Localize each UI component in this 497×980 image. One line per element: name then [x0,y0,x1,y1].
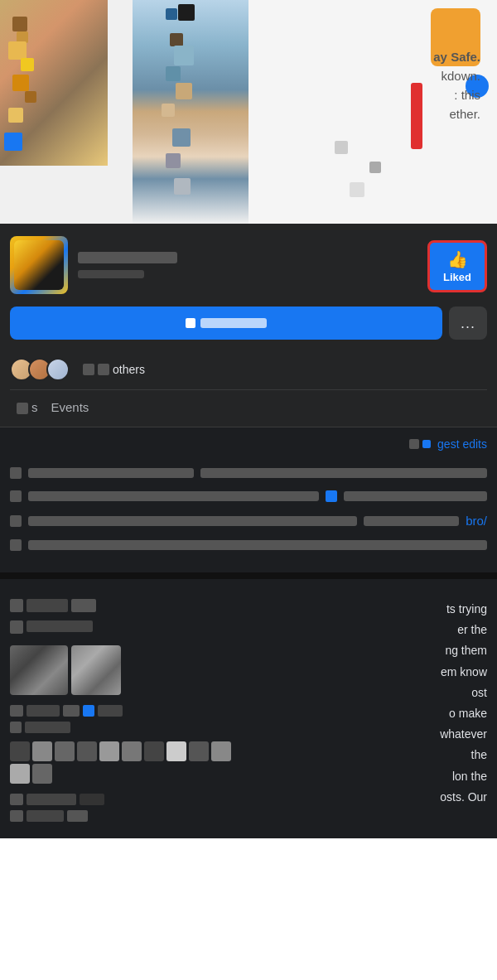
content-bar-row2-1 [28,491,319,501]
content-bar-link-1 [28,516,357,526]
p6 [10,705,23,717]
p7 [27,705,60,717]
bottom-text-section: ts trying er the ng them em know ost o m… [0,579,497,838]
rt-line-2: ng them [253,640,487,661]
left-pixel-cluster [10,599,244,822]
avatar [10,236,68,294]
action-row: ... [0,307,497,350]
pb3 [55,741,75,761]
p4 [10,620,23,634]
p3 [71,599,96,612]
profile-sub-bar [78,270,144,278]
suggest-edits-row: gest edits [10,437,487,457]
content-bar-link-2 [364,516,459,526]
p5 [27,620,93,632]
text-line-2: kdown. [433,69,480,83]
pb7 [144,741,164,761]
pix-row2-1 [10,490,22,502]
page-link[interactable]: bro/ [466,514,487,528]
left-image [0,0,108,166]
p12 [10,794,23,805]
link-row: bro/ [10,514,487,528]
p17 [67,810,88,822]
thumbs-up-icon: 👍 [447,249,468,269]
pix-tab-1 [17,403,28,414]
top-image-area: ay Safe. kdown. : this ether. [0,0,497,224]
content-bar-row1-2 [200,468,487,478]
rt-line-3: em know [253,662,487,683]
profile-area: 👍 Liked [0,224,497,307]
pix-followers-2 [98,364,109,375]
pix-suggest-1 [409,439,419,449]
more-button[interactable]: ... [449,307,487,340]
follower-avatar-3 [46,358,70,381]
followers-area: others [0,350,497,389]
content-row-1 [10,467,487,479]
others-text: others [113,363,145,376]
liked-label: Liked [443,271,471,283]
pb2 [32,741,52,761]
rt-line-6: whatever [253,724,487,745]
rt-line-0: ts trying [253,599,487,620]
rt-line-4: ost [253,683,487,703]
pb11 [10,764,30,784]
p15 [10,810,23,822]
content-row-2 [10,490,487,502]
pix-row1-1 [10,467,22,479]
img-block-1 [10,645,68,695]
section-divider [0,572,497,579]
pb4 [77,741,97,761]
p-blue [83,705,94,717]
center-image [133,0,248,224]
rt-line-1: er the [253,620,487,640]
more-dots-icon: ... [461,315,475,332]
profile-info [78,252,487,278]
content-row-3 [10,539,487,551]
p2 [27,599,68,612]
pb12 [32,764,52,784]
follower-avatars [10,358,70,381]
big-text-area: ts trying er the ng them em know ost o m… [10,599,487,822]
liked-button[interactable]: 👍 Liked [427,240,487,292]
pb10 [211,741,231,761]
facebook-page-section: 👍 Liked ... others s [0,224,497,427]
p14 [80,794,104,805]
pb6 [122,741,142,761]
pb9 [189,741,209,761]
right-image-area: ay Safe. kdown. : this ether. [248,0,497,224]
pb1 [10,741,30,761]
red-bar [411,83,422,149]
rt-line-7: the [253,745,487,765]
pix-followers-1 [83,364,94,375]
tab-s[interactable]: s [31,400,38,417]
nav-tabs: s Events [0,390,497,427]
pix-blue-row2 [326,490,337,502]
follow-button[interactable] [10,307,442,340]
text-line-4: ether. [433,107,480,121]
suggest-edits-text[interactable]: gest edits [437,437,487,451]
p11 [25,722,70,733]
right-text-column: ts trying er the ng them em know ost o m… [253,599,487,822]
content-section: gest edits bro/ [0,427,497,572]
rt-line-9: osts. Our [253,787,487,808]
rt-line-5: o make [253,703,487,724]
pb5 [99,741,119,761]
pix-link-1 [10,515,22,527]
pix-row3-1 [10,539,22,551]
content-bar-row1-1 [28,468,194,478]
suggest-dot-icon [422,440,431,448]
content-bar-row3-1 [28,540,487,550]
follow-icon [186,318,195,328]
text-line-3: : this [433,88,480,102]
img-block-2 [71,645,121,695]
p13 [27,794,76,805]
p16 [27,810,64,822]
p10 [10,722,22,733]
p1 [10,599,23,612]
rt-line-8: lon the [253,766,487,787]
text-line-1: ay Safe. [433,50,480,64]
p8 [63,705,80,717]
content-bar-row2-2 [344,491,487,501]
tab-events[interactable]: Events [51,400,89,417]
follow-text [200,318,267,328]
